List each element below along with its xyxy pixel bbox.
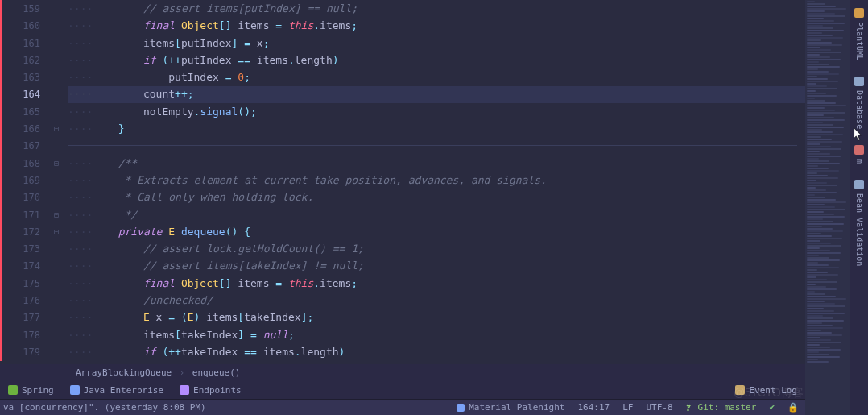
code-editor[interactable]: ···· // assert items[putIndex] == null;·… <box>68 0 805 361</box>
bean-validation-icon <box>854 180 864 189</box>
right-tab-m[interactable]: m <box>854 137 864 172</box>
line-number[interactable]: 162 <box>2 52 48 69</box>
right-tab-label: Database <box>855 90 864 129</box>
line-number[interactable]: 159 <box>2 1 48 18</box>
code-line[interactable]: ···· if (++putIndex == items.length) <box>68 52 805 68</box>
code-line[interactable]: ···· notEmpty.signal(); <box>68 103 805 120</box>
status-indicator[interactable]: ✔ <box>763 402 781 413</box>
code-line[interactable]: ···· /unchecked/ <box>68 292 805 309</box>
line-number[interactable]: 167 <box>2 138 48 155</box>
status-bar: va [concurrency]". (yesterday 8:08 PM) M… <box>0 399 805 415</box>
tool-window-label: Spring <box>22 385 54 396</box>
line-number[interactable]: 171 <box>2 207 48 224</box>
status-git-branch[interactable]: Git: master <box>680 402 763 413</box>
breadcrumb-item[interactable]: ArrayBlockingQueue <box>72 367 175 378</box>
database-icon <box>854 77 864 86</box>
code-line[interactable]: ···· final Object[] items = this.items; <box>68 17 805 34</box>
chevron-right-icon: › <box>178 367 187 378</box>
fold-close-icon[interactable]: ⊟ <box>52 120 61 137</box>
code-line[interactable]: ···· if (++takeIndex == items.length) <box>68 343 805 360</box>
endpoints-icon <box>180 385 189 395</box>
line-number[interactable]: 179 <box>2 344 48 361</box>
separator <box>68 145 797 146</box>
fold-open-icon[interactable]: ⊟ <box>52 223 61 240</box>
line-number[interactable]: 161 <box>2 35 48 52</box>
line-number[interactable]: 177 <box>2 309 48 326</box>
tool-window-bar: SpringJava EnterpriseEndpointsEvent Log <box>0 381 805 399</box>
line-number[interactable]: 166 <box>2 121 48 138</box>
status-theme-label: Material Palenight <box>469 402 564 413</box>
status-message[interactable]: va [concurrency]". (yesterday 8:08 PM) <box>0 402 213 413</box>
line-number[interactable]: 163 <box>2 69 48 86</box>
status-encoding[interactable]: UTF-8 <box>639 402 679 413</box>
code-line[interactable]: ···· * Call only when holding lock. <box>68 189 805 205</box>
tool-window-label: Event Log <box>749 385 797 396</box>
java-ee-icon <box>70 385 80 395</box>
line-number[interactable]: 160 <box>2 18 48 35</box>
right-tab-label: Bean Validation <box>855 193 864 266</box>
line-number[interactable]: 164 <box>2 86 48 103</box>
right-tool-tabs: PlantUMLDatabasemBean Validation <box>850 0 868 415</box>
line-number[interactable]: 170 <box>2 189 48 206</box>
status-cursor-position[interactable]: 164:17 <box>571 402 616 413</box>
editor-area: 1591601611621631641651661671681691701711… <box>0 0 805 361</box>
right-tab-database[interactable]: Database <box>854 68 864 137</box>
status-lock-icon[interactable]: 🔒 <box>781 402 805 413</box>
breadcrumb[interactable]: ArrayBlockingQueue › enqueue() <box>0 364 805 381</box>
code-line[interactable]: ···· putIndex = 0; <box>68 68 805 85</box>
line-number[interactable]: 173 <box>2 241 48 258</box>
fold-close-icon[interactable]: ⊟ <box>52 206 61 223</box>
line-number[interactable]: 176 <box>2 293 48 309</box>
code-line[interactable]: ···· items[putIndex] = x; <box>68 35 805 52</box>
line-number-gutter[interactable]: 1591601611621631641651661671681691701711… <box>0 0 48 361</box>
status-branch-label: Git: master <box>698 402 757 413</box>
line-number[interactable]: 168 <box>2 156 48 172</box>
right-tab-bean-validation[interactable]: Bean Validation <box>854 172 864 274</box>
code-line[interactable]: ···· // assert items[takeIndex] != null; <box>68 257 805 274</box>
right-tab-label: PlantUML <box>855 22 864 60</box>
code-line[interactable]: ···· * Extracts element at current take … <box>68 172 805 189</box>
line-number[interactable]: 174 <box>2 258 48 275</box>
breadcrumb-item[interactable]: enqueue() <box>189 367 244 378</box>
code-line[interactable]: ···· private E dequeue() { <box>68 223 805 240</box>
code-line[interactable]: ···· items[takeIndex] = null; <box>68 326 805 343</box>
minimap[interactable] <box>805 0 850 415</box>
code-line[interactable]: ···· /** <box>68 155 805 172</box>
plantuml-icon <box>854 8 864 18</box>
tool-window-label: Endpoints <box>193 385 242 396</box>
tool-window-label: Java Enterprise <box>84 385 163 396</box>
status-theme[interactable]: Material Palenight <box>450 402 571 413</box>
line-number[interactable]: 169 <box>2 172 48 189</box>
line-number[interactable]: 178 <box>2 327 48 344</box>
right-panel: PlantUMLDatabasemBean Validation <box>805 0 868 415</box>
code-line[interactable] <box>68 137 805 154</box>
tool-window-java-enterprise[interactable]: Java Enterprise <box>62 381 172 399</box>
right-tab-label: m <box>855 159 864 164</box>
code-line[interactable]: ···· */ <box>68 206 805 223</box>
theme-swatch-icon <box>457 404 465 412</box>
git-branch-icon <box>686 404 694 412</box>
tool-window-event-log[interactable]: Event Log <box>727 381 805 399</box>
status-line-separator[interactable]: LF <box>616 402 639 413</box>
code-line[interactable]: ···· // assert lock.getHoldCount() == 1; <box>68 240 805 257</box>
line-number[interactable]: 175 <box>2 276 48 293</box>
line-number[interactable]: 165 <box>2 104 48 121</box>
spring-icon <box>8 385 18 395</box>
fold-open-icon[interactable]: ⊟ <box>52 155 61 172</box>
line-number[interactable]: 172 <box>2 224 48 241</box>
right-tab-plantuml[interactable]: PlantUML <box>854 0 864 68</box>
code-line[interactable]: ···· // assert items[putIndex] == null; <box>68 0 805 17</box>
code-line[interactable]: ···· count++; <box>68 85 805 102</box>
tool-window-spring[interactable]: Spring <box>0 381 62 399</box>
code-line[interactable]: ···· E x = (E) items[takeIndex]; <box>68 309 805 326</box>
maven-icon <box>854 145 864 155</box>
fold-strip[interactable]: ⊟⊟⊟⊟ <box>48 0 68 361</box>
code-line[interactable]: ···· final Object[] items = this.items; <box>68 275 805 292</box>
tool-window-endpoints[interactable]: Endpoints <box>172 381 250 399</box>
code-line[interactable]: ···· } <box>68 120 805 137</box>
event-log-icon <box>735 385 745 395</box>
